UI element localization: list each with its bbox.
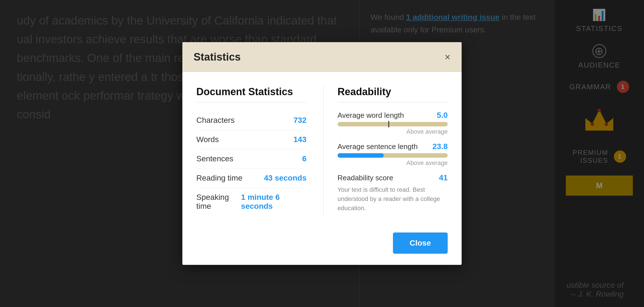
modal-body: Document Statistics Characters 732 Words… xyxy=(182,72,462,227)
stat-label-characters: Characters xyxy=(196,116,235,125)
stat-value-speaking-time: 1 minute 6 seconds xyxy=(241,193,306,211)
stat-value-sentences: 6 xyxy=(302,154,307,163)
avg-word-length-label: Average word length xyxy=(338,111,404,120)
avg-sentence-length-bar xyxy=(338,153,448,158)
avg-sentence-length-row: Average sentence length 23.8 xyxy=(338,142,448,151)
modal-close-button[interactable]: × xyxy=(445,52,450,62)
readability-title: Readability xyxy=(338,86,448,102)
avg-word-length-value: 5.0 xyxy=(437,111,448,120)
stat-label-sentences: Sentences xyxy=(196,154,233,163)
stat-row-characters: Characters 732 xyxy=(196,111,307,130)
modal-header: Statistics × xyxy=(182,42,462,72)
avg-sentence-length-status: Above average xyxy=(338,159,448,167)
stat-value-characters: 732 xyxy=(294,116,307,125)
avg-word-length-item: Average word length 5.0 Above average xyxy=(338,111,448,135)
close-button[interactable]: Close xyxy=(393,232,448,254)
avg-word-length-marker xyxy=(388,121,389,128)
modal-footer: Close xyxy=(182,227,462,265)
avg-sentence-length-label: Average sentence length xyxy=(338,142,418,151)
stat-row-words: Words 143 xyxy=(196,130,307,149)
stat-label-words: Words xyxy=(196,135,219,144)
avg-sentence-length-fill xyxy=(338,153,384,158)
stat-row-sentences: Sentences 6 xyxy=(196,149,307,169)
readability-score-description: Your text is difficult to read. Best und… xyxy=(338,185,448,213)
stat-value-reading-time: 43 seconds xyxy=(264,174,307,183)
stat-row-speaking-time: Speaking time 1 minute 6 seconds xyxy=(196,188,307,216)
readability-score-section: Readability score 41 Your text is diffic… xyxy=(338,173,448,213)
avg-word-length-bar xyxy=(338,122,448,126)
readability-score-label: Readability score xyxy=(338,174,393,182)
readability-score-value: 41 xyxy=(439,173,448,182)
modal-title: Statistics xyxy=(194,51,241,63)
avg-sentence-length-item: Average sentence length 23.8 Above avera… xyxy=(338,142,448,167)
readability-section: Readability Average word length 5.0 Abov… xyxy=(323,86,448,216)
document-statistics-section: Document Statistics Characters 732 Words… xyxy=(196,86,307,216)
stat-row-reading-time: Reading time 43 seconds xyxy=(196,169,307,188)
doc-stats-title: Document Statistics xyxy=(196,86,307,102)
stat-label-speaking-time: Speaking time xyxy=(196,193,241,211)
readability-score-row: Readability score 41 xyxy=(338,173,448,182)
avg-sentence-length-value: 23.8 xyxy=(433,142,448,151)
statistics-modal: Statistics × Document Statistics Charact… xyxy=(182,42,462,265)
stat-label-reading-time: Reading time xyxy=(196,174,242,183)
stat-value-words: 143 xyxy=(294,135,307,144)
avg-word-length-status: Above average xyxy=(338,128,448,135)
avg-word-length-row: Average word length 5.0 xyxy=(338,111,448,120)
